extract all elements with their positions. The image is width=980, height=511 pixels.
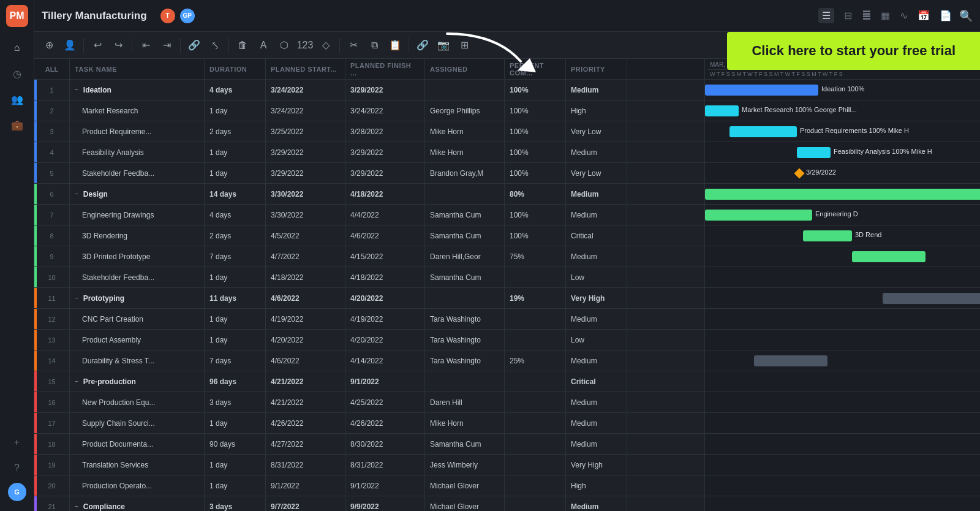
- assigned-cell: Michael Glover: [425, 496, 505, 511]
- gantt-bar-label: Product Requirements 100% Mike H: [800, 127, 909, 134]
- priority-cell: Medium: [566, 184, 627, 204]
- view-chart-icon[interactable]: ∿: [900, 10, 908, 21]
- avatar-2[interactable]: GP: [179, 7, 196, 25]
- duration-cell: 7 days: [205, 246, 266, 267]
- table-row[interactable]: 10Stakeholder Feedba...1 day4/18/20224/1…: [34, 267, 704, 288]
- sidebar-item-help[interactable]: ?: [6, 457, 28, 479]
- table-row[interactable]: 83D Rendering2 days4/5/20224/6/2022Saman…: [34, 225, 704, 246]
- duration-cell: 1 day: [205, 142, 266, 162]
- table-row[interactable]: 1−Ideation4 days3/24/20223/29/2022100%Me…: [34, 80, 704, 100]
- planned-start-cell: 4/18/2022: [266, 267, 345, 287]
- assigned-cell: Mike Horn: [425, 142, 505, 162]
- app-logo[interactable]: PM: [6, 5, 28, 27]
- table-row[interactable]: 15−Pre-production96 days4/21/20229/1/202…: [34, 371, 704, 392]
- table-row[interactable]: 3Product Requireme...2 days3/25/20223/28…: [34, 121, 704, 142]
- table-row[interactable]: 13Product Assembly1 day4/20/20224/20/202…: [34, 330, 704, 350]
- gantt-bar-label: 3D Rend: [855, 231, 881, 238]
- color-btn[interactable]: ⬡: [274, 36, 294, 55]
- planned-finish-cell: 3/28/2022: [345, 121, 425, 142]
- assigned-cell: Tara Washingto: [425, 350, 505, 371]
- percent-cell: [505, 267, 566, 287]
- sidebar-item-people[interactable]: 👥: [6, 88, 28, 110]
- table-row[interactable]: 19Translation Services1 day8/31/20228/31…: [34, 455, 704, 475]
- assigned-cell: Daren Hill,Geor: [425, 246, 505, 267]
- user-avatar[interactable]: G: [8, 483, 26, 501]
- outdent-btn[interactable]: ⇤: [136, 36, 156, 55]
- view-board-icon[interactable]: ≣: [862, 9, 871, 23]
- gantt-bar: [852, 251, 925, 262]
- task-name-cell: Engineering Drawings: [70, 205, 205, 225]
- copy-btn[interactable]: ⧉: [364, 36, 384, 55]
- task-name-cell: Translation Services: [70, 455, 205, 475]
- duration-cell: 1 day: [205, 455, 266, 475]
- assigned-cell: [425, 184, 505, 204]
- gantt-row: 3/29/2022: [705, 163, 980, 184]
- table-row[interactable]: 7Engineering Drawings4 days3/30/20224/4/…: [34, 205, 704, 225]
- row-number: 16: [34, 392, 70, 412]
- cut-btn[interactable]: ✂: [344, 36, 363, 55]
- table-row[interactable]: 21−Compliance3 days9/7/20229/9/2022Micha…: [34, 496, 704, 511]
- table-row[interactable]: 12CNC Part Creation1 day4/19/20224/19/20…: [34, 309, 704, 330]
- table-row[interactable]: 20Production Operato...1 day9/1/20229/1/…: [34, 475, 704, 496]
- duration-cell: 7 days: [205, 350, 266, 371]
- gantt-row: Feasibility Analysis 100% Mike H: [705, 142, 980, 163]
- table-row[interactable]: 11−Prototyping11 days4/6/20224/20/202219…: [34, 288, 704, 309]
- col-duration: DURATION: [205, 59, 266, 79]
- percent-cell: 100%: [505, 121, 566, 142]
- table-row[interactable]: 6−Design14 days3/30/20224/18/202280%Medi…: [34, 184, 704, 205]
- planned-start-cell: 3/30/2022: [266, 184, 345, 204]
- planned-start-cell: 4/7/2022: [266, 246, 345, 267]
- duration-cell: 1 day: [205, 475, 266, 496]
- table-row[interactable]: 14Durability & Stress T...7 days4/6/2022…: [34, 350, 704, 371]
- table-row[interactable]: 93D Printed Prototype7 days4/7/20224/15/…: [34, 246, 704, 267]
- priority-cell: Medium: [566, 392, 627, 412]
- camera-btn[interactable]: 📷: [434, 36, 453, 55]
- percent-cell: [505, 475, 566, 496]
- task-name-cell: −Pre-production: [70, 371, 205, 392]
- task-name-cell: Durability & Stress T...: [70, 350, 205, 371]
- paste-btn[interactable]: 📋: [385, 36, 405, 55]
- row-number: 18: [34, 434, 70, 454]
- number-btn[interactable]: 123: [295, 36, 315, 55]
- link2-btn[interactable]: 🔗: [413, 36, 432, 55]
- sidebar-item-recent[interactable]: ◷: [6, 62, 28, 85]
- avatar-1[interactable]: T: [159, 7, 176, 25]
- extra-btn[interactable]: ⊞: [454, 36, 474, 55]
- percent-cell: [505, 434, 566, 454]
- view-calendar-icon[interactable]: 📅: [918, 10, 930, 21]
- add-user-btn[interactable]: 👤: [60, 36, 80, 55]
- link-btn[interactable]: 🔗: [184, 36, 204, 55]
- duration-cell: 1 day: [205, 330, 266, 350]
- task-name-cell: 3D Rendering: [70, 225, 205, 246]
- trial-banner[interactable]: Click here to start your free trial: [727, 32, 980, 70]
- view-file-icon[interactable]: 📄: [940, 10, 952, 21]
- sidebar-item-briefcase[interactable]: 💼: [6, 114, 28, 136]
- percent-cell: 100%: [505, 225, 566, 246]
- task-name-cell: New Production Equ...: [70, 392, 205, 412]
- gantt-chart: MAR, 20 22 MAR, 27 22 APR, 3 22 W T F S …: [705, 59, 980, 511]
- redo-btn[interactable]: ↪: [108, 36, 128, 55]
- table-row[interactable]: 2Market Research1 day3/24/20223/24/2022G…: [34, 100, 704, 121]
- row-number: 15: [34, 371, 70, 392]
- search-button[interactable]: 🔍: [959, 9, 973, 23]
- undo-btn[interactable]: ↩: [88, 36, 107, 55]
- delete-btn[interactable]: 🗑: [233, 36, 252, 55]
- sidebar-item-home[interactable]: ⌂: [6, 37, 28, 59]
- table-row[interactable]: 16New Production Equ...3 days4/21/20224/…: [34, 392, 704, 413]
- gantt-bar: [803, 230, 852, 241]
- table-row[interactable]: 17Supply Chain Sourci...1 day4/26/20224/…: [34, 413, 704, 434]
- duration-cell: 11 days: [205, 288, 266, 308]
- view-gantt-icon[interactable]: ⊟: [844, 10, 852, 21]
- table-row[interactable]: 18Product Documenta...90 days4/27/20228/…: [34, 434, 704, 455]
- indent-btn[interactable]: ⇥: [157, 36, 176, 55]
- view-list-icon[interactable]: ☰: [818, 8, 834, 23]
- sidebar-item-add[interactable]: +: [6, 431, 28, 453]
- view-table-icon[interactable]: ▦: [881, 10, 890, 21]
- table-row[interactable]: 5Stakeholder Feedba...1 day3/29/20223/29…: [34, 163, 704, 184]
- table-row[interactable]: 4Feasibility Analysis1 day3/29/20223/29/…: [34, 142, 704, 163]
- duration-cell: 96 days: [205, 371, 266, 392]
- add-btn[interactable]: ⊕: [39, 36, 59, 55]
- shape-btn[interactable]: ◇: [316, 36, 336, 55]
- unlink-btn[interactable]: ⤣: [205, 36, 225, 55]
- text-btn[interactable]: A: [254, 36, 273, 55]
